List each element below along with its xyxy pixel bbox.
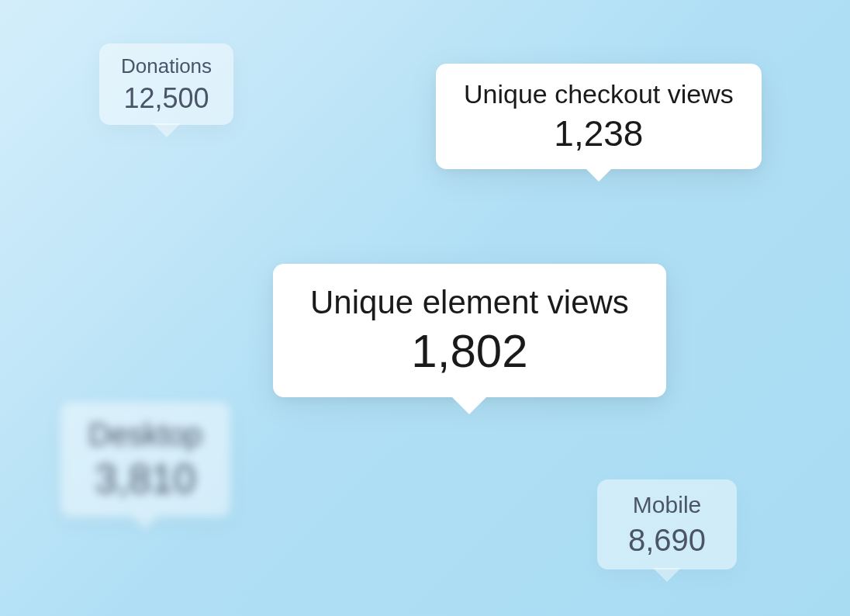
stat-value: 3,810: [88, 457, 202, 501]
stat-label: Unique checkout views: [464, 79, 734, 109]
stat-value: 1,802: [310, 326, 629, 377]
stat-label: Mobile: [628, 492, 706, 518]
stat-card-mobile: Mobile 8,690: [597, 479, 737, 569]
stat-value: 1,238: [464, 114, 734, 154]
stat-label: Unique element views: [310, 284, 629, 321]
stat-card-unique-element-views: Unique element views 1,802: [273, 264, 666, 397]
stat-card-donations: Donations 12,500: [99, 43, 233, 125]
stat-card-unique-checkout-views: Unique checkout views 1,238: [436, 64, 762, 169]
stat-label: Donations: [121, 54, 212, 78]
stat-card-desktop: Desktop 3,810: [60, 402, 230, 517]
stat-value: 8,690: [628, 523, 706, 557]
stat-label: Desktop: [88, 417, 202, 452]
stat-value: 12,500: [121, 83, 212, 114]
